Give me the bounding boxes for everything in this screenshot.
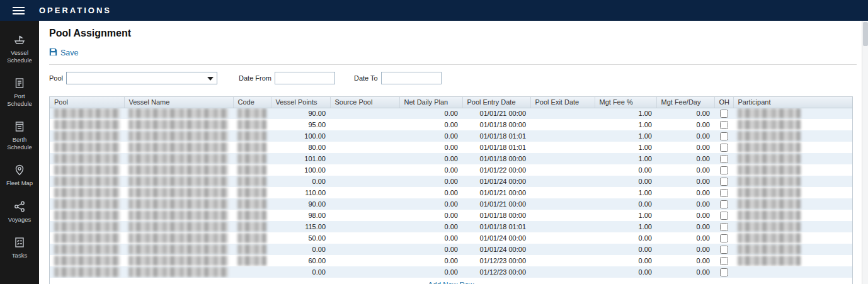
table-row[interactable]: 60.000.0001/12/23 00:000.000.00 — [50, 255, 852, 266]
table-row[interactable]: 0.000.0001/12/23 00:000.000.00 — [50, 266, 852, 278]
table-row[interactable]: 90.000.0001/01/21 00:000.000.00 — [50, 198, 852, 210]
oh-checkbox[interactable] — [720, 110, 728, 118]
oh-checkbox[interactable] — [720, 257, 728, 265]
cell-vessel-name — [124, 153, 233, 164]
oh-checkbox[interactable] — [720, 132, 728, 140]
cell-code — [233, 176, 271, 187]
table-row[interactable]: 98.000.0001/01/18 00:001.000.00 — [50, 210, 852, 221]
cell-vessel-points: 0.00 — [271, 244, 330, 255]
cell-source-pool — [330, 153, 399, 164]
oh-checkbox[interactable] — [720, 234, 728, 242]
cell-source-pool — [330, 119, 399, 130]
menu-icon[interactable] — [0, 7, 39, 14]
page-title: Pool Assignment — [49, 28, 857, 39]
save-button[interactable]: Save — [49, 47, 93, 59]
table-row[interactable]: 101.000.0001/01/18 00:001.000.00 — [50, 153, 852, 164]
cell-vessel-name — [124, 130, 233, 142]
cell-mgt-fee-day: 0.00 — [656, 255, 714, 266]
cell-pool-exit-date — [530, 108, 595, 119]
oh-checkbox[interactable] — [720, 178, 728, 186]
redacted-code — [237, 142, 266, 152]
redacted-participant — [738, 199, 801, 209]
redacted-code — [237, 210, 266, 220]
table-row[interactable]: 115.000.0001/01/18 01:011.000.00 — [50, 221, 852, 232]
table-row[interactable]: 50.000.0001/01/24 00:000.000.00 — [50, 232, 852, 244]
cell-net-daily-plan: 0.00 — [399, 176, 462, 187]
table-row[interactable]: 80.000.0001/01/18 01:011.000.00 — [50, 142, 852, 153]
cell-vessel-points: 101.00 — [271, 153, 330, 164]
oh-checkbox[interactable] — [720, 268, 728, 276]
cell-mgt-fee-pct: 0.00 — [595, 164, 656, 176]
sidebar-item-voyages[interactable]: Voyages — [0, 198, 39, 226]
oh-checkbox[interactable] — [720, 121, 728, 129]
pool-select[interactable] — [66, 72, 217, 84]
oh-checkbox[interactable] — [720, 144, 728, 152]
cell-pool-entry-date: 01/01/18 00:00 — [462, 210, 530, 221]
cell-vessel-name — [124, 255, 233, 266]
table-row[interactable]: 100.000.0001/01/18 01:011.000.00 — [50, 130, 852, 142]
redacted-pool — [54, 165, 120, 175]
cell-vessel-points: 80.00 — [271, 142, 330, 153]
redacted-participant — [738, 142, 801, 152]
cell-code — [233, 266, 271, 278]
cell-vessel-name — [124, 187, 233, 198]
cell-net-daily-plan: 0.00 — [399, 255, 462, 266]
cell-pool — [50, 164, 124, 176]
cell-source-pool — [330, 210, 399, 221]
sidebar-item-berth-schedule[interactable]: Berth Schedule — [0, 118, 39, 153]
vertical-scrollbar[interactable] — [862, 21, 868, 284]
oh-checkbox[interactable] — [720, 223, 728, 231]
cell-vessel-name — [124, 198, 233, 210]
cell-vessel-name — [124, 232, 233, 244]
cell-pool — [50, 210, 124, 221]
oh-checkbox[interactable] — [720, 212, 728, 220]
sidebar: Vessel Schedule Port Schedule Berth Sche… — [0, 21, 39, 284]
cell-participant — [733, 142, 852, 153]
cell-oh — [714, 266, 733, 278]
cell-vessel-points: 100.00 — [271, 130, 330, 142]
cell-mgt-fee-day: 0.00 — [656, 232, 714, 244]
table-row[interactable]: 100.000.0001/01/22 00:000.000.00 — [50, 164, 852, 176]
sidebar-item-fleet-map[interactable]: Fleet Map — [0, 161, 39, 190]
cell-pool — [50, 153, 124, 164]
cell-participant — [733, 210, 852, 221]
sidebar-item-vessel-schedule[interactable]: Vessel Schedule — [0, 31, 39, 66]
table-row[interactable]: 0.000.0001/01/24 00:000.000.00 — [50, 176, 852, 187]
cell-net-daily-plan: 0.00 — [399, 119, 462, 130]
sidebar-item-tasks[interactable]: Tasks — [0, 234, 39, 262]
cell-vessel-points: 98.00 — [271, 210, 330, 221]
cell-net-daily-plan: 0.00 — [399, 244, 462, 255]
cell-oh — [714, 119, 733, 130]
oh-checkbox[interactable] — [720, 155, 728, 163]
cell-participant — [733, 176, 852, 187]
sidebar-item-port-schedule[interactable]: Port Schedule — [0, 74, 39, 110]
cell-pool — [50, 176, 124, 187]
table-row[interactable]: 95.000.0001/01/18 00:001.000.00 — [50, 119, 852, 130]
date-from-input[interactable] — [275, 72, 335, 84]
table-row[interactable]: 0.000.0001/01/24 00:000.000.00 — [50, 244, 852, 255]
column-header-code: Code — [233, 97, 271, 108]
cell-pool-exit-date — [530, 266, 595, 278]
oh-checkbox[interactable] — [720, 189, 728, 197]
column-header-oh: OH — [714, 97, 733, 108]
redacted-pool — [54, 142, 120, 152]
cell-participant — [733, 244, 852, 255]
cell-vessel-name — [124, 210, 233, 221]
cell-participant — [733, 255, 852, 266]
app-title: OPERATIONS — [39, 6, 111, 15]
scrollbar-thumb[interactable] — [863, 22, 868, 46]
save-button-label: Save — [60, 48, 79, 57]
table-row[interactable]: 90.000.0001/01/21 00:001.000.00 — [50, 108, 852, 119]
redacted-participant — [738, 233, 801, 243]
table-row[interactable]: 110.000.0001/01/21 00:001.000.00 — [50, 187, 852, 198]
oh-checkbox[interactable] — [720, 166, 728, 174]
date-to-input[interactable] — [381, 72, 442, 84]
add-new-row-link[interactable]: Add New Row — [428, 281, 474, 284]
oh-checkbox[interactable] — [720, 246, 728, 254]
pool-assignment-table: Pool Vessel Name Code Vessel Points Sour… — [49, 96, 853, 284]
cell-participant — [733, 130, 852, 142]
oh-checkbox[interactable] — [720, 200, 728, 208]
cell-mgt-fee-pct: 1.00 — [595, 108, 656, 119]
redacted-vessel-name — [128, 267, 228, 277]
redacted-code — [237, 165, 266, 175]
